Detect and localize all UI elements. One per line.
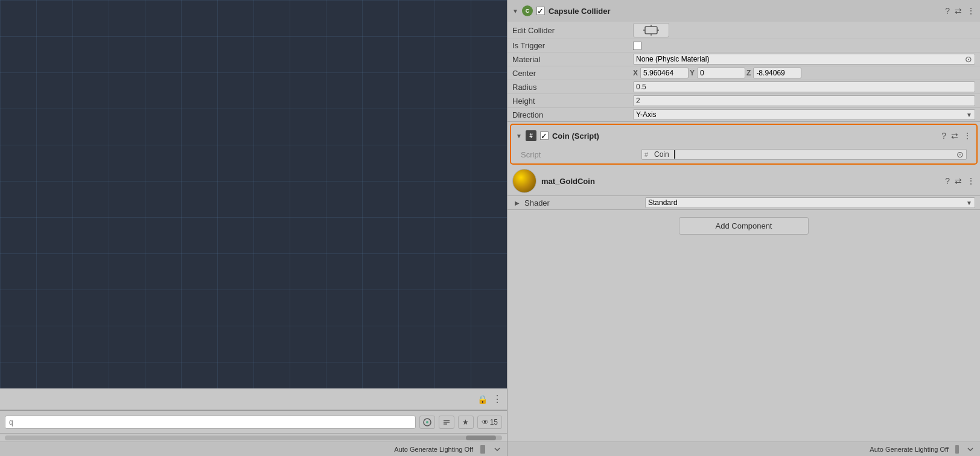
radius-input[interactable] [633, 81, 975, 92]
center-xyz-fields: X Y Z [633, 68, 975, 78]
lightning-icon-2 [952, 445, 962, 454]
direction-dropdown[interactable]: Y-Axis ▼ [633, 109, 975, 120]
inspector-status-bar: Auto Generate Lighting Off [508, 442, 980, 456]
scene-eye-count[interactable]: 👁 15 [477, 416, 502, 429]
capsule-collider-title: Capsule Collider [549, 7, 941, 16]
capsule-collider-checkbox[interactable]: ✓ [536, 7, 545, 15]
more-menu-icon[interactable]: ⋮ [967, 6, 975, 16]
edit-collider-button[interactable] [633, 23, 669, 37]
scene-view: 🔒 ⋮ ★ 👁 15 Auto Generate Lighting Off [0, 0, 507, 456]
material-row: Material None (Physic Material) ⊙ [508, 52, 980, 66]
script-label: Script [521, 150, 641, 159]
inspector-panel: ▼ C ✓ Capsule Collider ? ⇄ ⋮ Edit Collid… [507, 0, 980, 456]
coin-script-title: Coin (Script) [552, 131, 938, 141]
capsule-collider-icon: C [522, 5, 533, 16]
add-component-button[interactable]: Add Component [679, 217, 809, 235]
shader-label: Shader [524, 198, 645, 207]
script-circle-select-icon[interactable]: ⊙ [956, 150, 964, 159]
direction-arrow-icon: ▼ [966, 112, 972, 118]
mat-more-icon[interactable]: ⋮ [967, 176, 975, 186]
direction-value-text: Y-Axis [636, 110, 657, 119]
coin-script-checkbox[interactable]: ✓ [540, 131, 549, 140]
collapse-arrow-icon[interactable]: ▼ [512, 8, 518, 14]
height-label: Height [512, 97, 633, 106]
coin-script-hash-icon: # [526, 130, 536, 141]
center-row: Center X Y Z [508, 66, 980, 80]
script-row: Script # Coin ⊙ [516, 148, 972, 161]
shader-arrow-icon: ▼ [966, 200, 972, 206]
height-input[interactable] [633, 95, 975, 106]
coin-script-body: Script # Coin ⊙ [511, 147, 976, 163]
lock-icon[interactable]: 🔒 [477, 394, 488, 404]
coin-script-collapse-icon[interactable]: ▼ [516, 133, 522, 139]
eye-icon: 👁 [482, 418, 489, 426]
help-icon[interactable]: ? [945, 6, 950, 16]
radius-value [633, 81, 975, 92]
coin-settings-icon[interactable]: ⇄ [951, 131, 958, 141]
radius-label: Radius [512, 83, 633, 92]
shader-expand-icon[interactable]: ▶ [512, 198, 522, 207]
coin-help-icon[interactable]: ? [941, 131, 946, 141]
height-value [633, 95, 975, 106]
material-value: None (Physic Material) ⊙ [633, 54, 975, 65]
eye-count-value: 15 [490, 418, 498, 426]
script-value: # Coin ⊙ [641, 149, 967, 160]
scene-btn-tag[interactable] [419, 416, 435, 429]
grid-overlay [0, 0, 507, 388]
scrollbar-thumb[interactable] [466, 435, 496, 440]
material-section-header: mat_GoldCoin ? ⇄ ⋮ [508, 166, 980, 196]
settings-icon[interactable]: ⇄ [955, 6, 962, 16]
material-label: Material [512, 55, 633, 64]
center-x-input[interactable] [640, 68, 689, 78]
circle-select-icon[interactable]: ⊙ [965, 54, 972, 64]
scene-btn-star[interactable]: ★ [458, 416, 474, 429]
scene-search-box[interactable] [5, 416, 416, 429]
cursor-indicator [674, 150, 675, 159]
center-y-input[interactable] [697, 68, 745, 78]
center-z-label: Z [746, 69, 751, 77]
is-trigger-row: Is Trigger [508, 39, 980, 52]
capsule-collider-header: ▼ C ✓ Capsule Collider ? ⇄ ⋮ [508, 0, 980, 22]
edit-collider-icon [643, 24, 660, 36]
add-component-area: Add Component [508, 210, 980, 242]
svg-rect-2 [480, 445, 485, 454]
mat-settings-icon[interactable]: ⇄ [955, 176, 962, 186]
shader-value-text: Standard [648, 198, 678, 207]
more-icon[interactable]: ⋮ [492, 393, 502, 405]
scrollbar-track [5, 435, 502, 440]
scene-lock-bar: 🔒 ⋮ [0, 388, 507, 410]
is-trigger-value [633, 42, 975, 50]
coin-script-component: ▼ # ✓ Coin (Script) ? ⇄ ⋮ Script # Coin [510, 124, 978, 165]
material-value-text: None (Physic Material) [636, 55, 709, 63]
scene-canvas[interactable] [0, 0, 507, 388]
material-name-label: mat_GoldCoin [541, 177, 940, 186]
status-label: Auto Generate Lighting Off [870, 446, 949, 453]
script-value-text: Coin [654, 150, 669, 159]
coin-script-header: ▼ # ✓ Coin (Script) ? ⇄ ⋮ [511, 125, 976, 147]
radius-row: Radius [508, 80, 980, 94]
center-x-label: X [633, 69, 638, 77]
scene-btn-label[interactable] [439, 416, 454, 429]
shader-value: Standard ▼ [645, 197, 975, 208]
is-trigger-checkbox[interactable] [633, 42, 641, 50]
shader-dropdown[interactable]: Standard ▼ [645, 197, 975, 208]
coin-more-icon[interactable]: ⋮ [963, 131, 972, 141]
auto-generate-lighting-label: Auto Generate Lighting Off [394, 446, 473, 453]
dropdown-icon[interactable] [492, 445, 502, 454]
material-dropdown[interactable]: None (Physic Material) ⊙ [633, 54, 975, 65]
lightning-icon [478, 445, 488, 454]
capsule-collider-actions: ? ⇄ ⋮ [945, 6, 975, 16]
center-z-input[interactable] [753, 68, 801, 78]
svg-rect-3 [645, 27, 657, 34]
height-row: Height [508, 94, 980, 108]
scene-scrollbar[interactable] [0, 433, 507, 442]
svg-point-1 [426, 421, 428, 423]
material-preview-sphere [512, 169, 536, 193]
edit-collider-value [633, 23, 975, 37]
script-object-field[interactable]: # Coin ⊙ [641, 149, 967, 160]
search-input[interactable] [9, 418, 412, 426]
scene-bottom-bar: Auto Generate Lighting Off [0, 442, 507, 456]
center-label: Center [512, 69, 633, 78]
mat-help-icon[interactable]: ? [945, 176, 950, 186]
status-dropdown-icon[interactable] [966, 445, 975, 454]
